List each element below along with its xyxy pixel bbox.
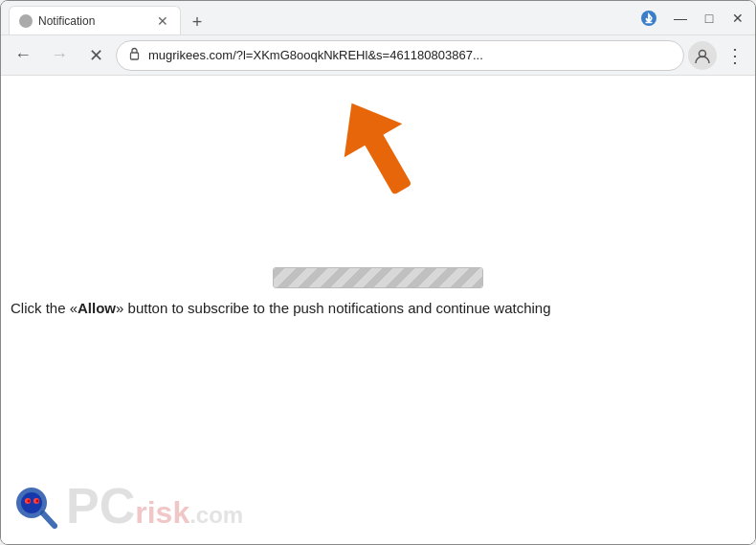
tab-title: Notification <box>38 14 149 28</box>
pcrisk-logo-icon <box>11 478 66 534</box>
stop-reload-button[interactable]: ✕ <box>79 39 112 72</box>
maximize-button[interactable]: □ <box>700 9 719 28</box>
back-button[interactable]: ← <box>7 39 39 72</box>
progress-bar-wrapper <box>273 267 483 288</box>
address-bar[interactable]: mugrikees.com/?l=XKmG8ooqkNkREHl&s=46118… <box>116 40 684 71</box>
window-controls: — □ ✕ <box>671 9 747 28</box>
title-bar: Notification ✕ + — □ ✕ <box>1 1 755 35</box>
tab-area: Notification ✕ + <box>9 1 634 34</box>
arrow-indicator <box>321 90 445 228</box>
svg-point-13 <box>28 500 31 503</box>
minimize-button[interactable]: — <box>671 9 690 28</box>
pcrisk-pc-text: PCrisk.com <box>66 477 243 534</box>
svg-point-0 <box>21 16 31 26</box>
svg-line-15 <box>43 513 55 526</box>
navigation-bar: ← → ✕ mugrikees.com/?l=XKmG8ooqkNkREHl&s… <box>1 35 755 76</box>
svg-point-10 <box>21 492 42 513</box>
browser-menu-button[interactable]: ⋮ <box>721 41 749 70</box>
forward-button[interactable]: → <box>43 39 76 72</box>
page-content: Click the «Allow» button to subscribe to… <box>1 76 755 544</box>
browser-window: Notification ✕ + — □ ✕ ← <box>0 0 756 545</box>
profile-button[interactable] <box>688 41 717 70</box>
tab-favicon <box>19 14 33 28</box>
bookmark-star-icon[interactable] <box>668 54 672 57</box>
instruction-allow-word: Allow <box>78 300 116 316</box>
instruction-prefix: Click the « <box>11 300 78 316</box>
instruction-suffix: » button to subscribe to the push notifi… <box>116 300 550 316</box>
loading-progress-bar <box>273 267 483 288</box>
close-button[interactable]: ✕ <box>728 9 747 28</box>
svg-point-14 <box>36 500 39 503</box>
active-tab[interactable]: Notification ✕ <box>9 6 181 34</box>
download-icon-btn[interactable] <box>634 4 663 33</box>
lock-icon <box>128 47 141 63</box>
address-text: mugrikees.com/?l=XKmG8ooqkNkREHl&s=46118… <box>148 48 660 62</box>
new-tab-button[interactable]: + <box>185 10 210 34</box>
pcrisk-watermark: PCrisk.com <box>11 477 243 534</box>
instruction-text: Click the «Allow» button to subscribe to… <box>11 298 745 320</box>
progress-stripe <box>274 268 482 287</box>
svg-rect-5 <box>131 53 139 59</box>
title-right-controls <box>634 4 663 33</box>
tab-close-button[interactable]: ✕ <box>155 13 170 29</box>
